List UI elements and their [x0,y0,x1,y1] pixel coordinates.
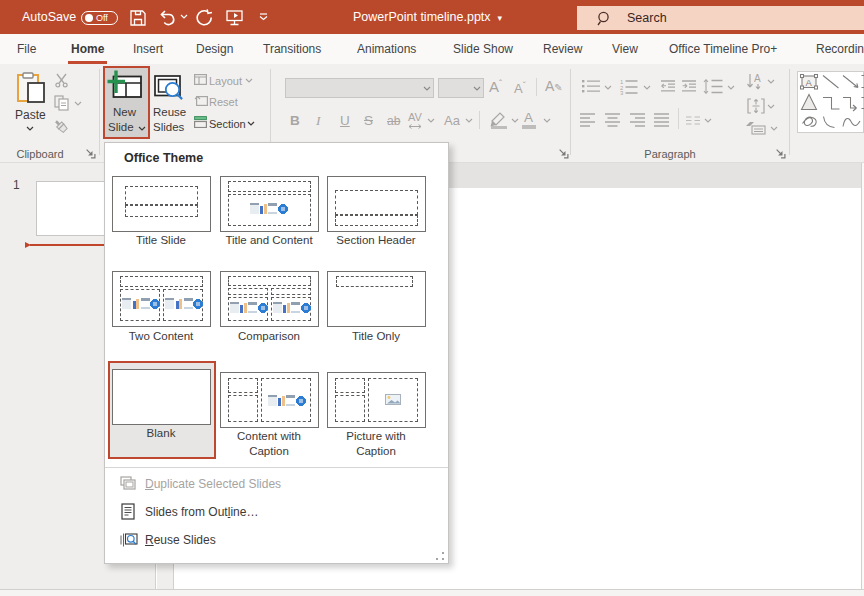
svg-text:A: A [806,77,813,88]
svg-text:A: A [754,73,761,84]
svg-text:3: 3 [620,90,624,95]
